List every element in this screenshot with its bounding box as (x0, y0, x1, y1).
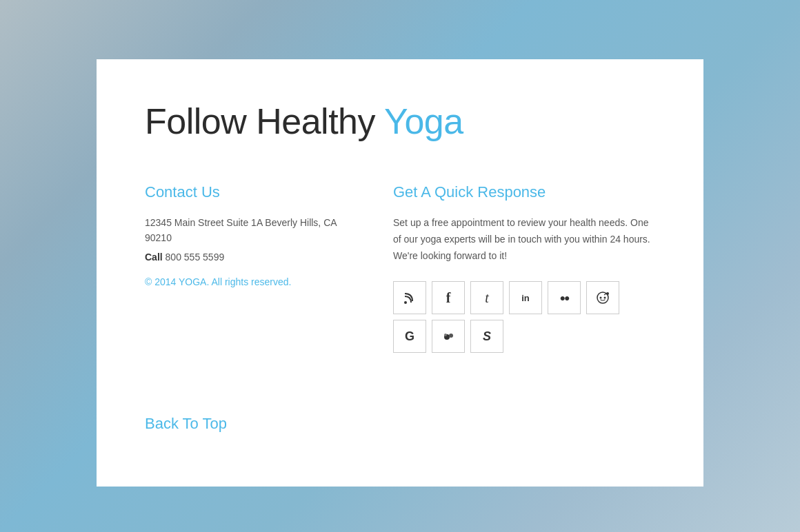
social-icons-container: f t in ●● (393, 281, 655, 353)
quick-response-title: Get A Quick Response (393, 183, 655, 201)
contact-us-title: Contact Us (145, 183, 338, 201)
reddit-icon[interactable] (586, 281, 619, 314)
copyright-text: © 2014 YOGA. All rights reserved. (145, 276, 338, 287)
facebook-icon[interactable]: f (432, 281, 465, 314)
main-title-accent: Yoga (384, 101, 463, 141)
left-column: Contact Us 12345 Main Street Suite 1A Be… (145, 183, 338, 353)
svg-point-0 (404, 301, 407, 304)
svg-point-7 (444, 334, 447, 336)
google-icon[interactable]: G (393, 320, 426, 353)
twitter-icon[interactable]: t (470, 281, 503, 314)
content-columns: Contact Us 12345 Main Street Suite 1A Be… (145, 183, 655, 353)
address-text: 12345 Main Street Suite 1A Beverly Hills… (145, 215, 338, 246)
myspace-icon[interactable] (432, 320, 465, 353)
svg-point-2 (600, 297, 602, 299)
flickr-icon[interactable]: ●● (548, 281, 581, 314)
svg-point-3 (604, 297, 606, 299)
main-title-text: Follow Healthy (145, 101, 384, 141)
phone-label: Call (145, 252, 163, 263)
rss-icon[interactable] (393, 281, 426, 314)
phone-text: Call 800 555 5599 (145, 252, 338, 263)
main-title: Follow Healthy Yoga (145, 101, 655, 142)
right-column: Get A Quick Response Set up a free appoi… (393, 183, 655, 353)
phone-number: 800 555 5599 (166, 252, 225, 263)
back-to-top-link[interactable]: Back To Top (145, 415, 227, 433)
page-card: Follow Healthy Yoga Contact Us 12345 Mai… (97, 59, 703, 487)
response-description: Set up a free appointment to review your… (393, 215, 655, 264)
svg-point-6 (449, 334, 453, 338)
linkedin-icon[interactable]: in (509, 281, 542, 314)
skype-icon[interactable]: S (470, 320, 503, 353)
svg-point-4 (606, 292, 609, 295)
